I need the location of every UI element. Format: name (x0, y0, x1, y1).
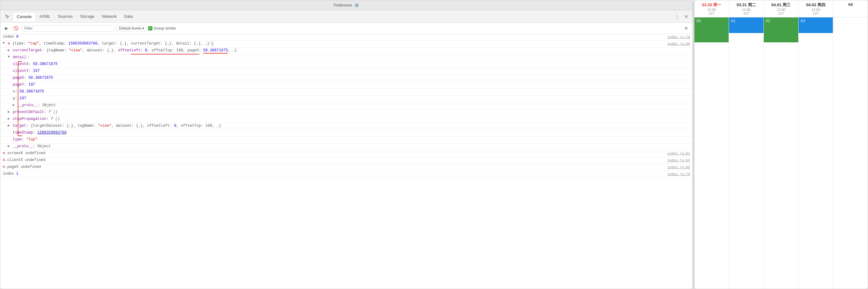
log-text: pageY: 197 (13, 83, 35, 87)
cal-col-1: A1 (729, 18, 764, 289)
tab-data[interactable]: Data (120, 12, 136, 21)
tab-bar: Console AXML Sources Storage Network Dat… (0, 10, 692, 23)
console-line: e.pageX undefined index.js:83 (0, 164, 692, 171)
log-text: stopPropagation: f () (13, 117, 60, 121)
console-line: ▼ e {type: "tap", timeStamp: 15863596937… (0, 41, 692, 48)
preference-icon: ⚙️ (354, 3, 359, 7)
cal-col-3: A3 (799, 18, 834, 289)
log-text: index 1 (3, 172, 18, 176)
log-text: x: 58.38671875 (13, 89, 44, 94)
info-icon[interactable]: ℹ (211, 41, 214, 47)
play-icon[interactable]: ▶ (3, 25, 10, 32)
log-text: target: {targetDataset: {…}, tagName: "v… (13, 124, 221, 128)
tab-axml[interactable]: AXML (36, 12, 54, 21)
tab-console[interactable]: Console (13, 12, 36, 21)
cal-date-2: 04.01 周三 (765, 2, 797, 8)
log-text: detail (13, 55, 26, 59)
source-link[interactable]: index.js:82 (667, 158, 690, 162)
cal-day-col-1[interactable]: 03.31 周二 12:00 127 (729, 0, 764, 17)
line-content: e.pageX undefined (3, 165, 667, 169)
line-content: pageY: 197 (13, 83, 690, 87)
settings-icon[interactable]: ⚙ (683, 25, 690, 32)
console-line: clientX: 58.38671875 (0, 61, 692, 68)
console-line: index 1 index.js:79 (0, 171, 692, 178)
cal-date-1: 03.31 周二 (730, 2, 762, 8)
line-content: ▼ e {type: "tap", timeStamp: 15863596937… (3, 41, 667, 47)
default-levels-label: Default levels (119, 26, 141, 31)
cursor-icon[interactable] (3, 12, 11, 21)
log-text: pageX: 58.38671875 (13, 76, 53, 80)
source-link[interactable]: index.js:79 (667, 172, 690, 176)
cal-event-a3[interactable]: A3 (799, 18, 833, 33)
console-line: y: 197 (0, 96, 692, 103)
cal-count-3: 12:00 (800, 8, 832, 11)
calendar-panel: 03.30 周一 12:00 127 03.31 周二 12:00 127 04… (694, 0, 868, 289)
console-line: e.clientX undefined index.js:82 (0, 157, 692, 164)
cal-day-col-2[interactable]: 04.01 周三 12:00 127 (764, 0, 799, 17)
cal-event-a1[interactable]: A1 (729, 18, 764, 33)
console-line: pageY: 197 (0, 82, 692, 89)
expand-arrow[interactable]: ▶ (13, 103, 17, 107)
cal-sub-3: 127 (800, 11, 832, 15)
console-line: e.screenX undefined index.js:81 (0, 150, 692, 157)
console-line: ▶ __proto__: Object (0, 144, 692, 150)
console-line: type: "tap" (0, 137, 692, 144)
source-link[interactable]: index.js:80 (667, 42, 690, 46)
cal-event-a2[interactable]: A2 (764, 18, 798, 42)
cal-day-col-3[interactable]: 04.02 周四 12:00 127 (799, 0, 834, 17)
line-content: clientX: 58.38671875 (13, 62, 690, 66)
console-line: ▶ currentTarget: {tagName: "view", datas… (0, 48, 692, 55)
cal-count-1: 12:00 (730, 8, 762, 11)
cal-day-col-0[interactable]: 03.30 周一 12:00 127 (694, 0, 729, 17)
source-link[interactable]: index.js:81 (667, 152, 690, 155)
line-content: clientY: 197 (13, 69, 690, 73)
cal-sub-0: 127 (695, 11, 728, 15)
line-content: timeStamp: 1586359693766 (13, 131, 690, 135)
expand-arrow[interactable]: ▼ (8, 55, 11, 59)
console-line: ▶ preventDefault: f () (0, 109, 692, 116)
console-line: timeStamp: 1586359693766 (0, 130, 692, 137)
line-content: e.clientX undefined (3, 158, 667, 162)
calendar-body: A0 A1 A2 A3 (694, 18, 868, 289)
cal-sub-1: 127 (730, 11, 762, 15)
line-content: ▶ stopPropagation: f () (8, 117, 690, 121)
expand-arrow[interactable]: ▼ (3, 41, 6, 45)
console-output: index 0 index.js:79 ▼ e {type: "tap", ti… (0, 34, 692, 289)
expand-arrow[interactable]: ▶ (8, 117, 11, 120)
console-line: ▶ stopPropagation: f () (0, 116, 692, 123)
source-link[interactable]: index.js:79 (667, 35, 690, 39)
line-content: ▼ detail: (8, 55, 690, 59)
cal-day-col-4[interactable]: 04 (833, 0, 868, 17)
cal-sub-2: 127 (765, 11, 797, 15)
expand-arrow[interactable]: ▶ (8, 110, 11, 114)
tab-network[interactable]: Network (98, 12, 120, 21)
filter-bar: ▶ 🚫 Default levels ▾ ✓ Group similar ⚙ (0, 23, 692, 34)
log-text: e.clientX undefined (3, 158, 45, 162)
group-similar-checkbox[interactable]: ✓ Group similar (148, 26, 176, 31)
source-link[interactable]: index.js:83 (667, 165, 690, 169)
filter-input[interactable] (22, 25, 115, 31)
log-text: currentTarget: {tagName: "view", dataset… (13, 48, 237, 53)
close-button[interactable]: ✕ (683, 13, 690, 20)
line-content: y: 197 (13, 96, 690, 100)
log-text: __proto__: Object (13, 144, 51, 149)
cal-count-2: 12:00 (765, 8, 797, 11)
tab-sources[interactable]: Sources (54, 12, 76, 21)
expand-arrow[interactable]: ▶ (8, 124, 11, 127)
tab-storage[interactable]: Storage (76, 12, 98, 21)
line-content: x: 58.38671875 (13, 89, 690, 94)
line-content: ▶ __proto__: Object (13, 103, 690, 108)
console-line: clientY: 197 (0, 68, 692, 75)
stop-icon[interactable]: 🚫 (12, 25, 20, 32)
line-content: pageX: 58.38671875 (13, 76, 690, 80)
cal-event-a0[interactable]: A0 (694, 18, 729, 42)
expand-arrow[interactable]: ▶ (8, 144, 11, 148)
cal-date-4: 04 (834, 2, 866, 7)
cal-date-0: 03.30 周一 (695, 2, 728, 8)
more-options-button[interactable]: ⋮ (673, 13, 681, 20)
default-levels-dropdown[interactable]: Default levels ▾ (117, 25, 146, 31)
log-text: e.pageX undefined (3, 165, 41, 169)
line-content: index 1 (3, 172, 667, 176)
expand-arrow[interactable]: ▶ (8, 48, 11, 52)
console-line: x: 58.38671875 (0, 89, 692, 96)
